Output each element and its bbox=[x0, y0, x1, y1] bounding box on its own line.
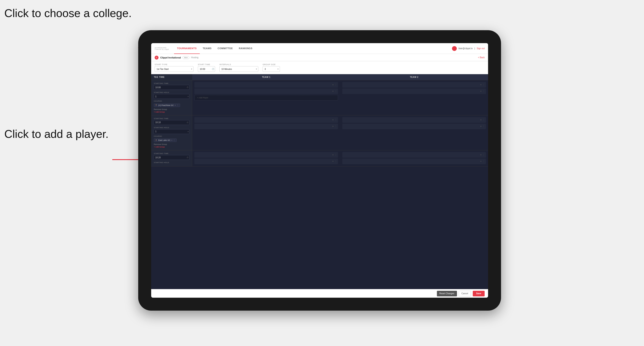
more-icon-4-2[interactable]: ⋮ bbox=[483, 125, 484, 128]
row-left-1: STARTING TIME: ⏱ STARTING HOLE: 1210 COU… bbox=[151, 80, 192, 115]
row-left-2: STARTING TIME: ⏱ STARTING HOLE: 1210 COU… bbox=[151, 115, 192, 150]
expand-icon-4-2[interactable]: ✕ bbox=[480, 125, 482, 128]
more-icon-5-1[interactable]: ⋮ bbox=[335, 154, 337, 156]
start-type-select[interactable]: 1st Tee Start Shotgun Start bbox=[155, 66, 194, 72]
expand-icon-2-2[interactable]: ✕ bbox=[480, 90, 482, 92]
starting-time-wrap-3: ⏱ bbox=[154, 155, 190, 160]
add-group-1[interactable]: + Add Group bbox=[154, 111, 190, 113]
starting-hole-select-2[interactable]: 1210 bbox=[154, 129, 190, 134]
course-name-2: East Lake GC bbox=[158, 139, 170, 141]
starting-time-input-2[interactable] bbox=[154, 120, 190, 125]
annotation-player: Click to add a player. bbox=[4, 127, 109, 141]
remove-group-1[interactable]: Remove Group bbox=[154, 108, 190, 110]
table-row: STARTING TIME: ⏱ STARTING HOLE: 1210 COU… bbox=[151, 115, 488, 151]
more-icon-2-1[interactable]: ⋮ bbox=[483, 84, 484, 86]
row-left-3: STARTING TIME: ⏱ STARTING HOLE: bbox=[151, 150, 192, 166]
team1-row-2: ✕ ⋮ ✕ ⋮ bbox=[192, 115, 340, 150]
expand-icon-3-1[interactable]: ✕ bbox=[332, 119, 334, 121]
user-email: blair@clippd.io bbox=[458, 47, 473, 50]
player-slot-4-1[interactable]: ✕ ⋮ bbox=[342, 117, 486, 123]
more-icon-4-1[interactable]: ⋮ bbox=[483, 119, 484, 121]
table-row: STARTING TIME: ⏱ STARTING HOLE: ✕ ⋮ ✕ ⋮ bbox=[151, 150, 488, 167]
add-player-label-1: + Add Player bbox=[197, 97, 208, 99]
main-content: Tee Time Team 1 Team 2 STARTING TIME: ⏱ … bbox=[151, 74, 488, 289]
course-edit-1[interactable]: ⋮ bbox=[177, 104, 178, 106]
starting-time-label-1: STARTING TIME: bbox=[154, 82, 190, 84]
expand-icon-1-2[interactable]: ✕ bbox=[332, 90, 334, 92]
table-row: STARTING TIME: ⏱ STARTING HOLE: 1210 COU… bbox=[151, 80, 488, 115]
course-tag-2[interactable]: 🏌 East Lake GC × ⋮ bbox=[154, 139, 177, 142]
starting-time-input-1[interactable] bbox=[154, 85, 190, 90]
intervals-group: Intervals 10 Minutes 8 Minutes 12 Minute… bbox=[220, 63, 258, 72]
back-button[interactable]: < Back bbox=[478, 56, 484, 59]
more-icon-3-1[interactable]: ⋮ bbox=[335, 119, 337, 121]
expand-icon-3-2[interactable]: ✕ bbox=[332, 125, 334, 128]
nav-tab-committee[interactable]: COMMITTEE bbox=[215, 43, 236, 54]
expand-icon-6-2[interactable]: ✕ bbox=[480, 160, 482, 163]
course-icon-2: 🏌 bbox=[155, 139, 158, 141]
expand-icon-6-1[interactable]: ✕ bbox=[480, 154, 482, 156]
group-size-select-wrap: 3 2 4 bbox=[262, 66, 280, 72]
starting-hole-wrap-1: 1210 bbox=[154, 94, 190, 99]
player-slot-3-2[interactable]: ✕ ⋮ bbox=[194, 124, 338, 129]
team2-row-3: ✕ ⋮ ✕ ⋮ bbox=[340, 150, 488, 166]
sign-out-link[interactable]: Sign out bbox=[477, 47, 484, 50]
player-slot-3-1[interactable]: ✕ ⋮ bbox=[194, 117, 338, 123]
reset-button[interactable]: Reset Changes bbox=[437, 291, 457, 296]
add-player-slot-1[interactable]: + Add Player bbox=[194, 95, 338, 101]
player-slot-5-2[interactable]: ✕ ⋮ bbox=[194, 159, 338, 164]
more-icon-6-1[interactable]: ⋮ bbox=[483, 154, 484, 156]
more-icon-1-2[interactable]: ⋮ bbox=[335, 90, 337, 92]
tournament-title: Clippd Invitational bbox=[160, 56, 181, 59]
col-team2: Team 2 bbox=[340, 74, 488, 80]
course-tag-1[interactable]: 🏌 (A) Peachtree GC × ⋮ bbox=[154, 104, 180, 107]
expand-icon-5-2[interactable]: ✕ bbox=[332, 160, 334, 163]
clock-icon-1: ⏱ bbox=[186, 86, 188, 88]
course-remove-2[interactable]: × bbox=[171, 139, 172, 141]
cancel-button[interactable]: Cancel bbox=[459, 291, 471, 296]
nav-tab-rankings[interactable]: RANKINGS bbox=[236, 43, 256, 54]
intervals-select[interactable]: 10 Minutes 8 Minutes 12 Minutes bbox=[220, 66, 258, 72]
footer-bar: Reset Changes Cancel Save bbox=[151, 289, 488, 298]
annotation-college: Click to choose a college. bbox=[4, 6, 132, 20]
intervals-label: Intervals bbox=[220, 63, 258, 66]
group-size-select[interactable]: 3 2 4 bbox=[262, 66, 280, 72]
save-button[interactable]: Save bbox=[473, 291, 484, 296]
more-icon-5-2[interactable]: ⋮ bbox=[335, 160, 337, 163]
expand-icon-2-1[interactable]: ✕ bbox=[480, 84, 482, 86]
remove-group-2[interactable]: Remove Group bbox=[154, 143, 190, 145]
nav-tab-tournaments[interactable]: TOURNAMENTS bbox=[174, 43, 200, 54]
expand-icon-1-1[interactable]: ✕ bbox=[332, 84, 334, 86]
hosting-label: Hosting bbox=[191, 56, 198, 59]
player-slot-6-2[interactable]: ✕ ⋮ bbox=[342, 159, 486, 164]
clippd-logo: C bbox=[155, 56, 158, 59]
player-slot-1-2[interactable]: ✕ ⋮ bbox=[194, 88, 338, 94]
course-remove-1[interactable]: × bbox=[175, 104, 176, 106]
start-time-group: Start Time 🕐 bbox=[198, 63, 215, 72]
clock-icon-3: ⏱ bbox=[186, 156, 188, 159]
table-header: Tee Time Team 1 Team 2 bbox=[151, 74, 488, 80]
starting-time-input-3[interactable] bbox=[154, 155, 190, 160]
more-icon-2-2[interactable]: ⋮ bbox=[483, 90, 484, 92]
expand-icon-5-1[interactable]: ✕ bbox=[332, 154, 334, 156]
expand-icon-4-1[interactable]: ✕ bbox=[480, 119, 482, 121]
player-slot-4-2[interactable]: ✕ ⋮ bbox=[342, 124, 486, 129]
player-slot-2-1[interactable]: ✕ ⋮ bbox=[342, 82, 486, 88]
more-icon-6-2[interactable]: ⋮ bbox=[483, 160, 484, 163]
start-type-label: Start Type bbox=[155, 63, 194, 66]
course-edit-2[interactable]: ⋮ bbox=[173, 139, 175, 141]
player-slot-1-1[interactable]: ✕ ⋮ bbox=[194, 82, 338, 88]
player-slot-2-2[interactable]: ✕ ⋮ bbox=[342, 88, 486, 94]
more-icon-3-2[interactable]: ⋮ bbox=[335, 125, 337, 128]
nav-tabs: TOURNAMENTS TEAMS COMMITTEE RANKINGS bbox=[174, 43, 452, 54]
player-slot-5-1[interactable]: ✕ ⋮ bbox=[194, 152, 338, 158]
add-group-2[interactable]: + Add Group bbox=[154, 146, 190, 148]
nav-tab-teams[interactable]: TEAMS bbox=[200, 43, 215, 54]
more-icon-1-1[interactable]: ⋮ bbox=[335, 84, 337, 86]
player-slot-6-1[interactable]: ✕ ⋮ bbox=[342, 152, 486, 158]
starting-time-wrap-1: ⏱ bbox=[154, 85, 190, 90]
course-icon-1: 🏌 bbox=[155, 104, 158, 106]
starting-time-label-2: STARTING TIME: bbox=[154, 118, 190, 120]
group-size-group: Group Size 3 2 4 bbox=[262, 63, 280, 72]
starting-hole-select-1[interactable]: 1210 bbox=[154, 94, 190, 99]
